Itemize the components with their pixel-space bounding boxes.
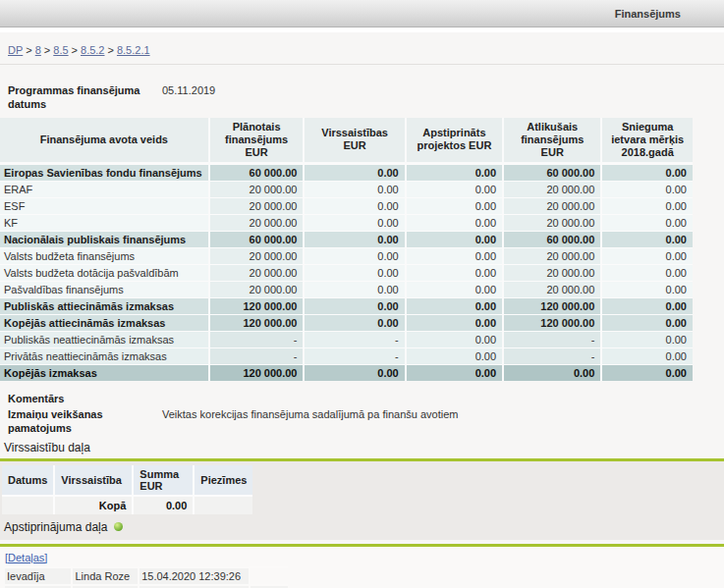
- approval-info-row: ApstiprinājaJānis Koks15.04.2020 12:39:3…: [5, 584, 288, 588]
- funding-row: Kopējās izmaksas120 000.000.000.000.000.…: [0, 364, 693, 381]
- funding-row-value: 120 000.00: [208, 364, 304, 381]
- funding-row-value: 0.00: [600, 364, 693, 381]
- approval-timestamp: 15.04.2020 12:39:35: [138, 584, 249, 588]
- funding-row-value: 60 000.00: [502, 164, 600, 181]
- virssaistibas-column-header: Virssaistība: [53, 465, 132, 497]
- funding-row: ERAF20 000.000.000.0020 000.000.00: [0, 181, 693, 197]
- funding-row-value: 0.00: [502, 364, 600, 381]
- funding-row-value: -: [303, 331, 404, 347]
- program-date-label: Programmas finansējuma datums: [8, 84, 155, 112]
- approval-info-row: IevadījaLinda Roze15.04.2020 12:39:26: [5, 566, 288, 584]
- approval-name: Jānis Koks: [71, 584, 138, 588]
- funding-row-label: Kopējās attiecināmās izmaksas: [0, 314, 208, 331]
- breadcrumb-separator: >: [72, 44, 78, 56]
- funding-row-value: 20 000.00: [502, 214, 600, 231]
- funding-row-value: 0.00: [303, 231, 404, 247]
- funding-row-value: 60 000.00: [502, 231, 600, 247]
- funding-row-label: ERAF: [0, 181, 208, 197]
- funding-row-value: 0.00: [405, 297, 502, 314]
- program-date-row: Programmas finansējuma datums 05.11.2019: [0, 84, 724, 112]
- funding-row-label: Eiropas Savienības fondu finansējums: [0, 164, 208, 181]
- details-link[interactable]: [Detaļas]: [5, 552, 47, 563]
- funding-column-header: Plānotais finansējums EUR: [208, 118, 304, 165]
- funding-row-value: 0.00: [303, 181, 404, 197]
- funding-row-label: Privātās neattiecināmās izmaksas: [0, 347, 208, 364]
- funding-row-value: 20 000.00: [208, 181, 304, 197]
- funding-row-value: 0.00: [405, 314, 502, 331]
- funding-row-label: Valsts budžeta dotācija pašvaldībām: [0, 264, 208, 281]
- breadcrumb-link[interactable]: 8.5.2.1: [117, 44, 150, 56]
- funding-row-label: Kopējās izmaksas: [0, 364, 208, 381]
- funding-row-value: 0.00: [405, 164, 502, 181]
- breadcrumb-link[interactable]: 8: [35, 44, 41, 56]
- page-title: Finansējums: [615, 8, 681, 20]
- approval-timestamp: 15.04.2020 12:39:26: [138, 566, 249, 584]
- funding-row-value: 120 000.00: [208, 314, 304, 331]
- approval-heading: Apstiprinājuma daļa: [4, 520, 107, 534]
- funding-row-value: -: [208, 347, 304, 364]
- funding-row-value: -: [502, 331, 600, 347]
- approval-role: Ievadīja: [5, 566, 71, 584]
- funding-row-value: 20 000.00: [502, 197, 600, 214]
- funding-row-value: 0.00: [600, 331, 693, 347]
- funding-row-value: 20 000.00: [502, 247, 600, 264]
- funding-table: Finansējuma avota veidsPlānotais finansē…: [0, 118, 693, 382]
- funding-row-value: 0.00: [600, 281, 693, 297]
- comment-label: Komentārs: [8, 393, 716, 404]
- funding-row-value: 0.00: [600, 181, 693, 197]
- funding-row-value: 0.00: [405, 247, 502, 264]
- virssaistibas-column-header: Datums: [2, 465, 53, 497]
- total-label: Kopā: [53, 497, 132, 514]
- funding-row-value: 0.00: [405, 264, 502, 281]
- funding-row-value: 0.00: [303, 297, 404, 314]
- funding-row-value: 0.00: [303, 264, 404, 281]
- virssaistibas-heading: Virssaistību daļa: [4, 441, 724, 454]
- funding-row: KF20 000.000.000.0020 000.000.00: [0, 214, 693, 231]
- approval-info-body: IevadījaLinda Roze15.04.2020 12:39:26Aps…: [5, 566, 288, 588]
- virssaistibas-header-row: DatumsVirssaistībaSumma EURPiezīmes: [2, 465, 252, 497]
- virssaistibas-column-header: Summa EUR: [132, 465, 193, 497]
- breadcrumb-link[interactable]: 8.5: [53, 44, 68, 56]
- funding-row: Valsts budžeta finansējums20 000.000.000…: [0, 247, 693, 264]
- funding-table-header-row: Finansējuma avota veidsPlānotais finansē…: [0, 118, 693, 165]
- funding-row-value: 60 000.00: [208, 231, 304, 247]
- approval-action-cell: Skatīt: [249, 584, 288, 588]
- funding-row-label: Nacionālais publiskais finansējums: [0, 231, 208, 247]
- top-bar: Finansējums: [0, 0, 724, 27]
- funding-row-label: ESF: [0, 197, 208, 214]
- approval-role: Apstiprināja: [5, 584, 71, 588]
- funding-row: Publiskās neattiecināmās izmaksas--0.00-…: [0, 331, 693, 347]
- funding-row-value: 0.00: [600, 264, 693, 281]
- breadcrumb-link[interactable]: DP: [8, 44, 23, 56]
- funding-row: Privātās neattiecināmās izmaksas--0.00-0…: [0, 347, 693, 364]
- breadcrumb-link[interactable]: 8.5.2: [81, 44, 104, 56]
- approval-action-cell: [249, 566, 288, 584]
- funding-row-label: Valsts budžeta finansējums: [0, 247, 208, 264]
- funding-row-value: 0.00: [405, 181, 502, 197]
- funding-row-value: 0.00: [405, 214, 502, 231]
- funding-row-value: 20 000.00: [208, 264, 304, 281]
- justification-value: Veiktas korekcijas finansējuma sadalījum…: [162, 408, 458, 436]
- funding-row: Nacionālais publiskais finansējums60 000…: [0, 231, 693, 247]
- funding-row-value: 0.00: [600, 314, 693, 331]
- total-value: 0.00: [132, 497, 193, 514]
- funding-row-value: -: [303, 347, 404, 364]
- funding-column-header: Atlikušais finansējums EUR: [502, 118, 600, 165]
- funding-row-value: 60 000.00: [208, 164, 304, 181]
- funding-table-body: Eiropas Savienības fondu finansējums60 0…: [0, 164, 693, 381]
- empty-cell: [193, 497, 252, 514]
- funding-row-value: 0.00: [303, 364, 404, 381]
- justification-row: Izmaiņu veikšanas pamatojums Veiktas kor…: [0, 408, 724, 436]
- funding-row: Publiskās attiecināmās izmaksas120 000.0…: [0, 297, 693, 314]
- virssaistibas-total-row: Kopā 0.00: [2, 497, 252, 514]
- breadcrumb-separator: >: [107, 44, 113, 56]
- funding-row-value: -: [208, 331, 304, 347]
- funding-row-value: 20 000.00: [208, 197, 304, 214]
- breadcrumb-separator: >: [26, 44, 31, 56]
- funding-column-header: Snieguma ietvara mērķis 2018.gadā: [600, 118, 693, 165]
- funding-row-value: 0.00: [405, 347, 502, 364]
- funding-row-value: 0.00: [600, 164, 693, 181]
- approval-info-table: IevadījaLinda Roze15.04.2020 12:39:26Aps…: [5, 566, 288, 588]
- funding-row-value: 0.00: [303, 247, 404, 264]
- funding-row-value: 0.00: [405, 231, 502, 247]
